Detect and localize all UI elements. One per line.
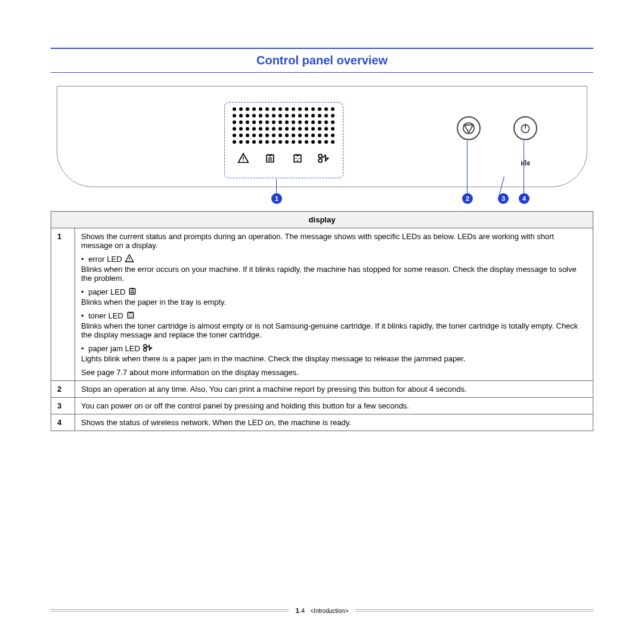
svg-point-9 xyxy=(318,154,322,158)
wireless-led-icon xyxy=(519,157,532,170)
toner-led-icon xyxy=(290,151,305,165)
page-title: Control panel overview xyxy=(51,51,593,72)
legend-row-num: 3 xyxy=(51,398,75,414)
legend-table: display 1 Shows the current status and p… xyxy=(51,211,593,431)
power-button[interactable] xyxy=(513,116,537,140)
error-led-icon xyxy=(125,253,134,265)
svg-point-26 xyxy=(144,348,147,351)
toner-led-label: toner LED xyxy=(88,311,123,320)
svg-point-25 xyxy=(144,345,147,348)
error-led-label: error LED xyxy=(88,255,122,264)
toner-led-icon xyxy=(126,310,135,321)
legend-row-4: Shows the status of wireless network. Wh… xyxy=(75,414,593,431)
page-footer: 1.4 <Introduction> xyxy=(51,607,593,614)
stop-button[interactable] xyxy=(457,116,481,140)
legend-row-2: Stops an operation at any time. Also, Yo… xyxy=(75,381,593,398)
legend-row-1: Shows the current status and prompts dur… xyxy=(75,228,593,381)
callout-4: 4 xyxy=(519,193,530,204)
paper-led-desc: Blinks when the paper in the tray is emp… xyxy=(81,298,226,306)
paper-led-icon xyxy=(128,286,137,298)
footer-page: 4 xyxy=(301,607,305,614)
svg-point-1 xyxy=(243,160,244,162)
toner-led-desc: Blinks when the toner cartridge is almos… xyxy=(81,321,578,339)
rule-bottom xyxy=(51,72,593,73)
legend-row-num: 1 xyxy=(51,228,75,381)
jam-led-desc: Lights blink when there is a paper jam i… xyxy=(81,354,466,363)
error-led-desc: Blinks when the error occurs on your mac… xyxy=(81,265,577,283)
svg-point-10 xyxy=(318,159,322,162)
row1-see: See page 7.7 about more information on t… xyxy=(81,368,587,377)
svg-point-17 xyxy=(129,260,129,261)
svg-point-6 xyxy=(295,158,296,159)
paper-led-label: paper LED xyxy=(88,287,125,296)
paper-jam-led-icon xyxy=(317,151,332,165)
svg-point-15 xyxy=(525,160,526,161)
svg-point-7 xyxy=(298,158,299,159)
legend-row-num: 4 xyxy=(51,414,75,431)
printer-panel-outline xyxy=(57,86,587,187)
svg-point-23 xyxy=(131,315,132,316)
svg-point-24 xyxy=(130,317,131,318)
legend-header: display xyxy=(51,212,593,228)
error-led-icon xyxy=(236,151,250,165)
legend-row-num: 2 xyxy=(51,381,75,398)
callout-2: 2 xyxy=(462,193,473,204)
callout-1: 1 xyxy=(271,193,282,204)
svg-point-22 xyxy=(129,315,130,316)
legend-row-3: You can power on or off the control pane… xyxy=(75,398,593,414)
callout-3: 3 xyxy=(498,193,509,204)
footer-section: <Introduction> xyxy=(310,608,348,614)
display-area xyxy=(224,102,343,178)
svg-point-8 xyxy=(297,160,298,161)
dot-matrix-display xyxy=(230,107,338,145)
jam-led-label: paper jam LED xyxy=(88,344,140,353)
control-panel-diagram: 1 2 3 4 xyxy=(51,86,593,187)
paper-jam-led-icon xyxy=(143,343,154,354)
row1-intro: Shows the current status and prompts dur… xyxy=(81,232,587,250)
rule-top xyxy=(51,48,593,49)
paper-led-icon xyxy=(263,151,277,165)
